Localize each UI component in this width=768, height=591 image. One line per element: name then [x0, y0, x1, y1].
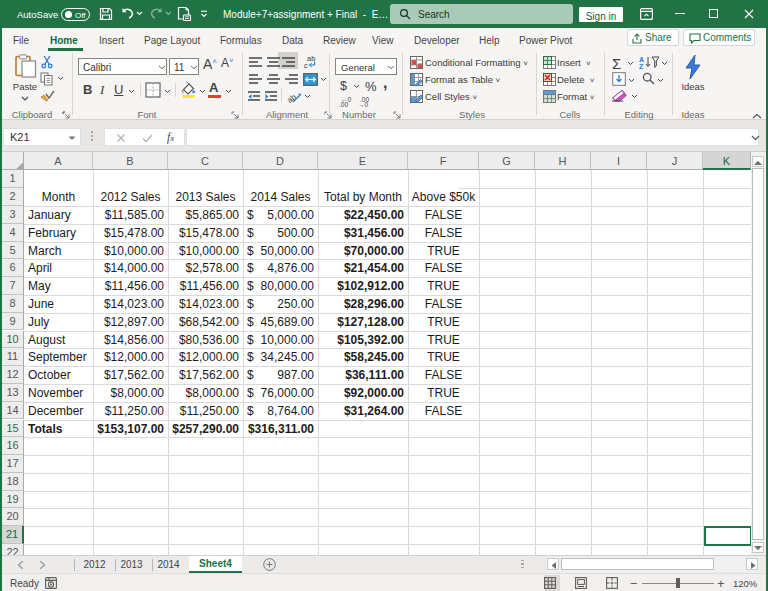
- svg-text:A: A: [639, 56, 644, 63]
- svg-text:.00: .00: [339, 101, 348, 107]
- svg-text:ab: ab: [307, 54, 315, 63]
- svg-text:Z: Z: [639, 63, 644, 69]
- svg-text:→0: →0: [358, 101, 369, 107]
- svg-text:c: c: [304, 61, 308, 70]
